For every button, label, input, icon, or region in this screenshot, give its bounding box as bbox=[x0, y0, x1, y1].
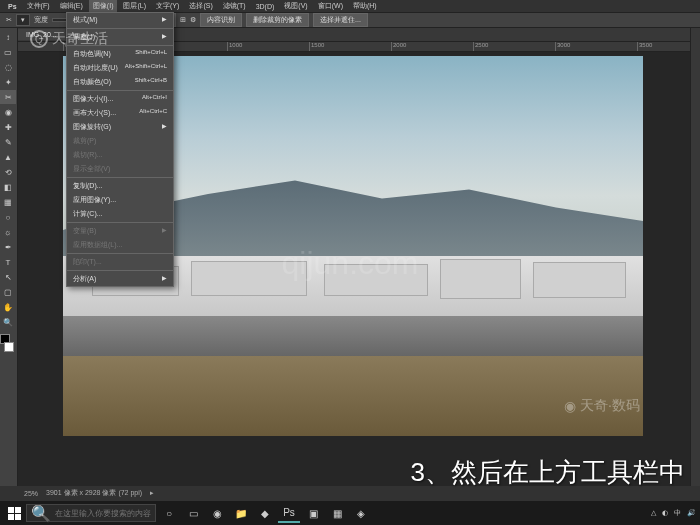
cortana-icon[interactable]: ○ bbox=[158, 503, 180, 523]
tool-history[interactable]: ⟲ bbox=[0, 165, 16, 179]
tool-shape[interactable]: ▢ bbox=[0, 285, 16, 299]
menu-item-11: 裁剪(P) bbox=[67, 134, 173, 148]
menu-item-19: 变量(B)▶ bbox=[67, 224, 173, 238]
ratio-select[interactable]: ▾ bbox=[16, 14, 30, 26]
tray-icon[interactable]: △ bbox=[651, 509, 656, 517]
statusbar: 25% 3901 像素 x 2928 像素 (72 ppi) ▸ bbox=[18, 486, 160, 500]
menubar: Ps文件(F)编辑(E)图像(I)图层(L)文字(Y)选择(S)滤镜(T)3D(… bbox=[0, 0, 700, 12]
ps-logo: Ps bbox=[4, 2, 21, 11]
menu-item-0[interactable]: 模式(M)▶ bbox=[67, 13, 173, 27]
app-icon-4[interactable]: ◈ bbox=[350, 503, 372, 523]
chevron-right-icon[interactable]: ▸ bbox=[150, 489, 154, 497]
menu-item-15[interactable]: 复制(D)... bbox=[67, 179, 173, 193]
photo-road bbox=[63, 316, 643, 356]
color-swatches[interactable] bbox=[0, 334, 16, 352]
tool-patch[interactable]: ✚ bbox=[0, 120, 16, 134]
watermark-center: qijun.com bbox=[282, 244, 419, 281]
tool-lasso[interactable]: ◌ bbox=[0, 60, 16, 74]
grid-icon[interactable]: ⊞ bbox=[180, 16, 186, 24]
tool-move[interactable]: ↕ bbox=[0, 30, 16, 44]
delete-pixels-button[interactable]: 删除裁剪的像素 bbox=[246, 13, 309, 27]
menu-item-10[interactable]: 图像旋转(G)▶ bbox=[67, 120, 173, 134]
taskbar-search[interactable]: 🔍 bbox=[26, 504, 156, 522]
menu-item-24[interactable]: 分析(A)▶ bbox=[67, 272, 173, 286]
app-icon-1[interactable]: ◆ bbox=[254, 503, 276, 523]
system-tray[interactable]: △◐中🔊 bbox=[651, 508, 696, 518]
photoshop-taskbar[interactable]: Ps bbox=[278, 503, 300, 523]
menu-item-6[interactable]: 自动颜色(O)Shift+Ctrl+B bbox=[67, 75, 173, 89]
crop-icon: ✂ bbox=[6, 16, 12, 24]
zoom-level[interactable]: 25% bbox=[24, 490, 38, 497]
taskview-icon[interactable]: ▭ bbox=[182, 503, 204, 523]
menu-5[interactable]: 选择(S) bbox=[185, 0, 216, 12]
search-icon: 🔍 bbox=[31, 504, 51, 523]
tool-blur[interactable]: ○ bbox=[0, 210, 16, 224]
tool-marquee[interactable]: ▭ bbox=[0, 45, 16, 59]
menu-10[interactable]: 帮助(H) bbox=[349, 0, 381, 12]
menu-4[interactable]: 文字(Y) bbox=[152, 0, 183, 12]
tutorial-caption: 3、然后在上方工具栏中 bbox=[411, 455, 685, 490]
menu-item-20: 应用数据组(L)... bbox=[67, 238, 173, 252]
tool-path[interactable]: ↖ bbox=[0, 270, 16, 284]
image-menu-dropdown: 模式(M)▶调整(J)▶自动色调(N)Shift+Ctrl+L自动对比度(U)A… bbox=[66, 12, 174, 287]
menu-9[interactable]: 窗口(W) bbox=[314, 0, 347, 12]
search-input[interactable] bbox=[55, 509, 160, 518]
photo-foreground bbox=[63, 356, 643, 436]
start-button[interactable] bbox=[4, 503, 24, 523]
menu-item-17[interactable]: 计算(C)... bbox=[67, 207, 173, 221]
taskbar: 🔍 ○ ▭ ◉ 📁 ◆ Ps ▣ ▦ ◈ △◐中🔊 bbox=[0, 501, 700, 525]
watermark-top: Q 天奇生活 bbox=[30, 30, 108, 48]
menu-0[interactable]: 文件(F) bbox=[23, 0, 54, 12]
right-panels[interactable] bbox=[690, 28, 700, 486]
tool-wand[interactable]: ✦ bbox=[0, 75, 16, 89]
logo-icon: ◉ bbox=[564, 398, 576, 414]
menu-item-13: 显示全部(V) bbox=[67, 162, 173, 176]
tool-dodge[interactable]: ☼ bbox=[0, 225, 16, 239]
tool-zoom[interactable]: 🔍 bbox=[0, 315, 16, 329]
app-icon-3[interactable]: ▦ bbox=[326, 503, 348, 523]
doc-info: 3901 像素 x 2928 像素 (72 ppi) bbox=[46, 488, 142, 498]
menu-item-8[interactable]: 图像大小(I)...Alt+Ctrl+I bbox=[67, 92, 173, 106]
tray-icon[interactable]: 🔊 bbox=[687, 509, 696, 517]
tool-gradient[interactable]: ▦ bbox=[0, 195, 16, 209]
edge-icon[interactable]: ◉ bbox=[206, 503, 228, 523]
tool-eraser[interactable]: ◧ bbox=[0, 180, 16, 194]
watermark-bottom: ◉ 天奇·数码 bbox=[564, 397, 640, 415]
menu-1[interactable]: 编辑(E) bbox=[56, 0, 87, 12]
explorer-icon[interactable]: 📁 bbox=[230, 503, 252, 523]
tool-eyedrop[interactable]: ◉ bbox=[0, 105, 16, 119]
width-label: 宽度 bbox=[34, 15, 48, 25]
menu-6[interactable]: 滤镜(T) bbox=[219, 0, 250, 12]
menu-item-4[interactable]: 自动色调(N)Shift+Ctrl+L bbox=[67, 47, 173, 61]
menu-item-12: 裁切(R)... bbox=[67, 148, 173, 162]
windows-icon bbox=[8, 507, 21, 520]
tool-brush[interactable]: ✎ bbox=[0, 135, 16, 149]
select-mask-button[interactable]: 选择并遮住... bbox=[313, 13, 368, 27]
menu-item-9[interactable]: 画布大小(S)...Alt+Ctrl+C bbox=[67, 106, 173, 120]
tray-icon[interactable]: ◐ bbox=[662, 509, 668, 517]
toolbox: ↕▭◌✦✂◉✚✎▲⟲◧▦○☼✒T↖▢✋🔍 bbox=[0, 28, 18, 486]
app-icon-2[interactable]: ▣ bbox=[302, 503, 324, 523]
tray-icon[interactable]: 中 bbox=[674, 508, 681, 518]
tool-crop[interactable]: ✂ bbox=[0, 90, 16, 104]
menu-7[interactable]: 3D(D) bbox=[252, 2, 279, 11]
tool-stamp[interactable]: ▲ bbox=[0, 150, 16, 164]
gear-icon[interactable]: ⚙ bbox=[190, 16, 196, 24]
menu-3[interactable]: 图层(L) bbox=[119, 0, 150, 12]
content-aware-button[interactable]: 内容识别 bbox=[200, 13, 242, 27]
search-icon: Q bbox=[30, 30, 48, 48]
tool-text[interactable]: T bbox=[0, 255, 16, 269]
menu-8[interactable]: 视图(V) bbox=[280, 0, 311, 12]
menu-2[interactable]: 图像(I) bbox=[89, 0, 118, 12]
menu-item-5[interactable]: 自动对比度(U)Alt+Shift+Ctrl+L bbox=[67, 61, 173, 75]
tool-hand[interactable]: ✋ bbox=[0, 300, 16, 314]
menu-item-16[interactable]: 应用图像(Y)... bbox=[67, 193, 173, 207]
tool-pen[interactable]: ✒ bbox=[0, 240, 16, 254]
menu-item-22: 陷印(T)... bbox=[67, 255, 173, 269]
